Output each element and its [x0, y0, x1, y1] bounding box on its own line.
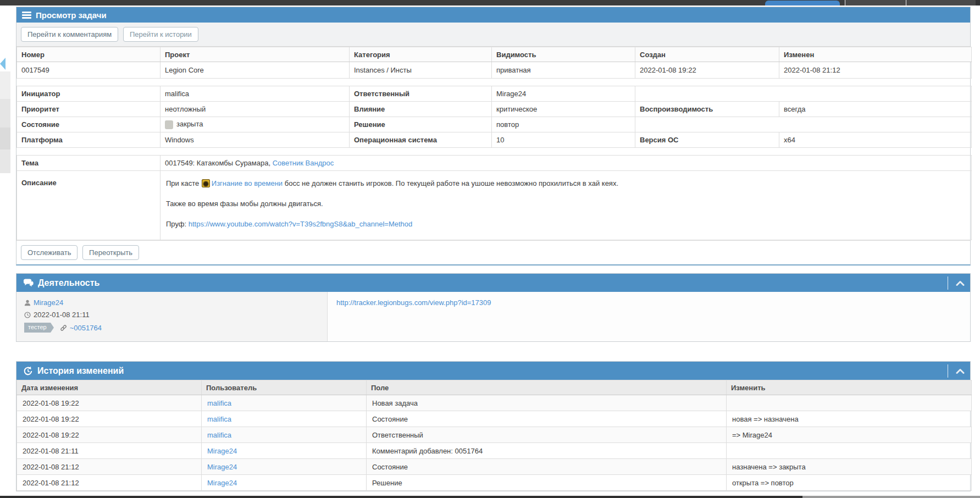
navbar-active-tab[interactable] — [765, 1, 840, 5]
note-text: http://tracker.legionbugs.com/view.php?i… — [328, 292, 970, 341]
bottom-cutoff-bar — [0, 496, 802, 498]
note-date-line: 2022-01-08 21:11 — [24, 311, 319, 319]
issue-number: 0017549 — [17, 62, 160, 79]
activities-panel: Деятельность Mirage24 2022-01-08 2 — [16, 273, 971, 342]
description-paragraph: Пруф: https://www.youtube.com/watch?v=T3… — [166, 219, 966, 229]
comments-icon — [23, 278, 34, 287]
proof-youtube-link[interactable]: https://www.youtube.com/watch?v=T39s2fbn… — [189, 220, 413, 228]
navbar-menu-item[interactable] — [845, 0, 906, 5]
field-label: Операционная система — [350, 132, 492, 148]
clock-icon — [24, 312, 31, 318]
chevron-up-icon — [956, 280, 965, 286]
col-change: Изменить — [727, 380, 972, 395]
note-date: 2022-01-08 21:11 — [34, 311, 90, 319]
view-issue-panel: Просмотр задачи Перейти к комментариям П… — [16, 7, 971, 265]
history-user-link[interactable]: Mirage24 — [207, 447, 237, 455]
table-row: Платформа Windows Операционная система 1… — [17, 132, 972, 148]
link-icon — [60, 324, 67, 331]
table-spacer — [16, 79, 970, 86]
note-tracker-link[interactable]: http://tracker.legionbugs.com/view.php?i… — [336, 298, 491, 307]
table-row: 2022-01-08 19:22 malifica Новая задача — [17, 395, 972, 411]
history-change: назначена => закрыта — [727, 459, 972, 475]
history-change: новая => назначена — [727, 411, 972, 427]
col-visibility: Видимость — [492, 47, 635, 62]
sidebar-segment — [0, 128, 10, 150]
navbar-menu-item[interactable] — [906, 0, 976, 5]
table-row: Описание При касте Изгнание во времени б… — [17, 171, 972, 240]
history-date: 2022-01-08 21:12 — [17, 459, 202, 475]
issue-priority: неотложный — [160, 102, 350, 117]
goto-comments-button[interactable]: Перейти к комментариям — [21, 27, 118, 42]
table-row: 2022-01-08 19:22 malifica Ответственный … — [17, 427, 972, 443]
sidebar-segment — [0, 71, 10, 99]
history-user-link[interactable]: malifica — [207, 399, 231, 407]
history-user-cell: Mirage24 — [202, 475, 367, 491]
history-user-link[interactable]: Mirage24 — [207, 479, 237, 487]
history-field: Состояние — [367, 459, 727, 475]
description-paragraph: Также во время фазы мобы должны двигатьс… — [166, 199, 966, 209]
issue-severity: критическое — [492, 102, 635, 117]
spell-icon — [202, 179, 210, 187]
history-user-cell: Mirage24 — [202, 459, 367, 475]
col-change-date: Дата изменения — [17, 380, 202, 395]
col-updated: Изменен — [779, 47, 972, 62]
history-user-link[interactable]: malifica — [207, 415, 231, 423]
table-row: Состояние закрыта Решение повтор — [17, 117, 972, 132]
sidebar-collapse-chevron-icon[interactable] — [0, 58, 5, 70]
activities-header: Деятельность — [16, 274, 970, 292]
header-separator — [948, 276, 948, 290]
history-date: 2022-01-08 19:22 — [17, 395, 202, 411]
field-label: Решение — [350, 117, 492, 132]
issue-reporter: malifica — [160, 86, 350, 102]
field-label: Состояние — [17, 117, 160, 132]
field-label: Влияние — [350, 102, 492, 117]
history-user-cell: malifica — [202, 427, 367, 443]
goto-history-button[interactable]: Перейти к истории — [123, 27, 198, 42]
issue-project: Legion Core — [160, 62, 350, 79]
field-label: Воспроизводимость — [635, 102, 779, 117]
spell-link[interactable]: Изгнание во времени — [212, 179, 283, 187]
col-project: Проект — [160, 47, 350, 62]
history-user-cell: malifica — [202, 411, 367, 427]
description-text: босс не должен станить игроков. По текущ… — [283, 179, 618, 187]
issue-platform: Windows — [160, 132, 350, 148]
col-field: Поле — [367, 380, 727, 395]
note-badge-line: тестер ~0051764 — [24, 323, 319, 333]
table-header-row: Дата изменения Пользователь Поле Изменит… — [17, 380, 972, 395]
table-header-row: Номер Проект Категория Видимость Создан … — [17, 47, 972, 62]
field-label: Тема — [17, 156, 160, 171]
note-meta: Mirage24 2022-01-08 21:11 тестер ~005176… — [16, 292, 328, 341]
history-header: История изменений — [16, 362, 970, 380]
issue-resolution: повтор — [492, 117, 635, 132]
sidebar-segment — [0, 150, 10, 173]
field-label: Ответственный — [350, 86, 492, 102]
table-row: Инициатор malifica Ответственный Mirage2… — [17, 86, 972, 102]
issue-created: 2022-01-08 19:22 — [635, 62, 779, 79]
summary-boss-link[interactable]: Советник Вандрос — [273, 159, 334, 167]
monitor-button[interactable]: Отслеживать — [21, 245, 77, 260]
table-row: 2022-01-08 21:12 Mirage24 Состояние назн… — [17, 459, 972, 475]
note-author-link[interactable]: Mirage24 — [34, 298, 63, 307]
col-category: Категория — [350, 47, 492, 62]
note-permalink[interactable]: ~0051764 — [70, 324, 102, 332]
collapse-activities-button[interactable] — [956, 280, 965, 286]
navbar-separator — [845, 0, 845, 5]
reopen-button[interactable]: Переоткрыть — [82, 245, 139, 260]
history-user-link[interactable]: Mirage24 — [207, 463, 237, 471]
section-title: Деятельность — [38, 278, 99, 288]
issue-os-version: x64 — [779, 132, 972, 148]
sidebar-segment — [0, 99, 10, 128]
history-user-link[interactable]: malifica — [207, 431, 231, 439]
view-issue-header: Просмотр задачи — [16, 7, 970, 23]
description-paragraph: При касте Изгнание во времени босс не до… — [166, 179, 966, 189]
history-change — [727, 395, 972, 411]
header-separator — [948, 364, 948, 378]
issue-updated: 2022-01-08 21:12 — [779, 62, 972, 79]
history-change — [727, 443, 972, 459]
history-panel: История изменений Дата изменения Пользов… — [16, 361, 971, 491]
collapse-history-button[interactable] — [956, 368, 965, 374]
history-field: Состояние — [367, 411, 727, 427]
history-date: 2022-01-08 21:12 — [17, 475, 202, 491]
col-created: Создан — [635, 47, 779, 62]
issue-category: Instances / Инсты — [350, 62, 492, 79]
